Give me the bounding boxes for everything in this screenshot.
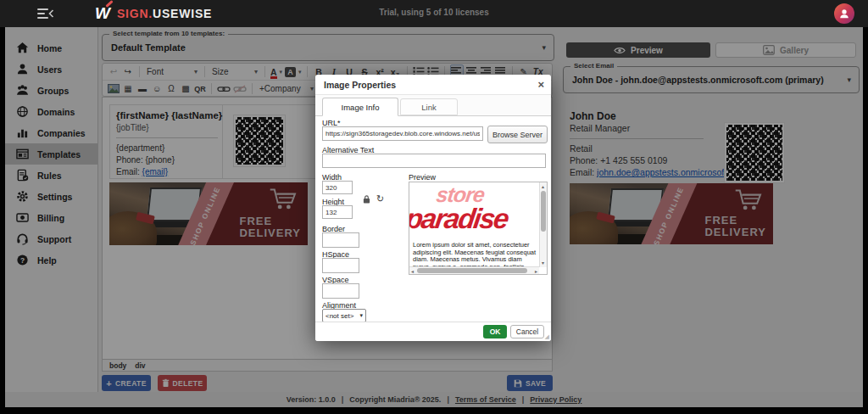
placeholder-email: Email: {email}: [116, 167, 218, 177]
bg-color-button[interactable]: A: [285, 67, 296, 77]
path-node-div[interactable]: div: [135, 361, 145, 370]
sidebar-item-groups[interactable]: Groups: [5, 80, 97, 101]
headset-icon: [16, 232, 29, 245]
reset-size-icon[interactable]: ↻: [376, 193, 384, 204]
template-layout-icon: [16, 148, 29, 160]
lock-ratio-icon[interactable]: [363, 194, 370, 206]
sidebar-item-templates[interactable]: Templates: [5, 143, 97, 165]
save-icon: [514, 379, 522, 388]
preview-email: Email: john.doe@appstests.onmicrosoft.co…: [570, 166, 746, 178]
qr-pattern-icon[interactable]: ▩: [180, 82, 192, 96]
preview-email-link[interactable]: john.doe@appstests.onmicrosoft.com: [597, 167, 746, 177]
email-select[interactable]: Select Email John Doe - john.doe@appstes…: [563, 66, 860, 93]
width-input[interactable]: [322, 181, 353, 194]
tab-image-info[interactable]: Image Info: [322, 98, 398, 116]
sidebar-item-users[interactable]: Users: [5, 59, 97, 80]
horizontal-scrollbar[interactable]: ◂ ▸: [409, 266, 539, 274]
gallery-tab-button[interactable]: Gallery: [715, 42, 856, 58]
resize-handle[interactable]: ◢: [545, 333, 549, 340]
signature-table: {firstName} {lastName} {jobTitle} {depar…: [109, 104, 320, 179]
redo-icon[interactable]: ↪: [122, 65, 134, 79]
table-cell-divider: [222, 105, 223, 178]
scroll-up-icon[interactable]: ▴: [542, 184, 544, 189]
banner-text: FREEDELIVERY: [704, 215, 766, 238]
url-input[interactable]: [322, 126, 483, 141]
billing-card-icon: [16, 211, 29, 224]
delete-button[interactable]: DELETE: [158, 375, 207, 391]
preview-phone: Phone: +1 425 555 0109: [570, 154, 746, 166]
size-dropdown[interactable]: Size▾: [210, 67, 259, 76]
footer: Version: 1.0.0 | Copyright Miadria® 2025…: [5, 392, 863, 407]
tab-link[interactable]: Link: [400, 98, 458, 115]
special-char-icon[interactable]: Ω: [165, 82, 177, 96]
insert-image-icon[interactable]: [108, 82, 120, 96]
copyright-text: Copyright Miadria® 2025.: [349, 395, 441, 404]
undo-icon[interactable]: ↩: [108, 65, 120, 79]
email-placeholder-link[interactable]: {email}: [142, 167, 169, 176]
alignment-select[interactable]: <not set>▾: [322, 309, 366, 322]
user-icon: [16, 63, 29, 76]
plus-icon: +: [106, 378, 112, 389]
unlink-icon[interactable]: [233, 82, 247, 96]
scroll-down-icon[interactable]: ▾: [542, 260, 544, 266]
qr-button[interactable]: QR: [194, 82, 206, 96]
terms-link[interactable]: Terms of Service: [455, 395, 516, 404]
smiley-icon[interactable]: ☺: [151, 82, 163, 96]
user-avatar[interactable]: [834, 3, 854, 24]
company-fields-dropdown[interactable]: +Company▾: [258, 84, 315, 93]
element-path-bar: body div: [102, 360, 553, 372]
font-dropdown[interactable]: Font▾: [145, 67, 199, 76]
link-icon[interactable]: [217, 82, 231, 96]
trash-icon: [162, 378, 170, 388]
sidebar-item-domains[interactable]: Domains: [5, 101, 97, 122]
hspace-input[interactable]: [322, 258, 359, 273]
email-select-label: Select Email: [570, 62, 617, 70]
preview-job-title: Retail Manager: [570, 122, 630, 134]
bg-color-chevron-icon[interactable]: ▾: [298, 69, 302, 76]
browse-server-button[interactable]: Browse Server: [487, 126, 548, 143]
sidebar-item-settings[interactable]: Settings: [5, 186, 97, 207]
banner-text: FREEDELIVERY: [239, 215, 301, 239]
image-preview-box: store paradise Lorem ipsum dolor sit ame…: [409, 182, 548, 275]
sidebar-item-rules[interactable]: Rules: [5, 165, 97, 186]
text-color-button[interactable]: A: [270, 68, 277, 76]
close-icon[interactable]: ×: [537, 78, 544, 91]
save-button[interactable]: SAVE: [507, 375, 553, 391]
insert-table-icon[interactable]: ▦: [122, 82, 134, 96]
dialog-tabs: Image Info Link: [315, 95, 551, 116]
path-node-body[interactable]: body: [109, 361, 126, 370]
height-input[interactable]: [322, 205, 353, 219]
alt-text-input[interactable]: [322, 154, 546, 168]
sidebar-item-companies[interactable]: Companies: [5, 122, 97, 143]
shop-banner-image[interactable]: FREEDELIVERY SHOP ONLINE: [109, 182, 308, 245]
template-select[interactable]: Select template from 10 templates: Defau…: [102, 34, 554, 61]
create-button[interactable]: + CREATE: [102, 375, 151, 391]
scroll-left-icon[interactable]: ◂: [411, 269, 414, 274]
privacy-link[interactable]: Privacy Policy: [530, 395, 581, 404]
signature-preview: John Doe Retail Manager: [570, 110, 630, 134]
rules-clipboard-icon: [16, 169, 29, 182]
vertical-scroll-thumb[interactable]: [541, 191, 546, 232]
vertical-scrollbar[interactable]: ▴ ▾: [539, 182, 547, 267]
sidebar-item-billing[interactable]: Billing: [5, 207, 97, 228]
horizontal-scroll-thumb[interactable]: [417, 268, 527, 273]
email-select-value: John Doe - john.doe@appstests.onmicrosof…: [572, 75, 824, 85]
preview-name: John Doe: [570, 110, 630, 122]
sidebar-item-home[interactable]: Home: [5, 37, 97, 59]
ok-button[interactable]: OK: [483, 325, 507, 338]
gallery-icon: [763, 45, 775, 55]
vspace-input[interactable]: [322, 283, 359, 299]
app-window: W SIGN.USEWISE Trial, using 5 of 10 lice…: [0, 0, 868, 414]
person-icon: [838, 8, 850, 20]
chart-bars-icon: [16, 126, 29, 139]
scroll-right-icon[interactable]: ▸: [535, 269, 537, 274]
horizontal-rule-icon[interactable]: ▬: [136, 82, 148, 96]
text-color-chevron-icon[interactable]: ▾: [280, 69, 283, 76]
cancel-button[interactable]: Cancel: [510, 325, 544, 338]
border-input[interactable]: [322, 232, 359, 248]
globe-icon: [16, 105, 29, 118]
sidebar-item-help[interactable]: ? Help: [5, 249, 97, 271]
preview-tab-button[interactable]: Preview: [566, 42, 710, 58]
sidebar-item-support[interactable]: Support: [5, 228, 97, 249]
qr-code-image[interactable]: [234, 115, 285, 166]
